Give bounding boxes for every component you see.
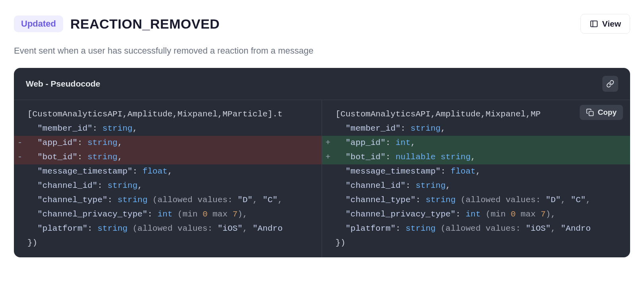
line-marker: + xyxy=(322,136,334,150)
line-marker: - xyxy=(14,136,26,150)
header-left: Updated REACTION_REMOVED xyxy=(14,15,220,32)
line-marker: + xyxy=(322,150,334,164)
permalink-button[interactable] xyxy=(602,76,618,92)
line-marker xyxy=(322,193,334,207)
line-content: "bot_id": nullable string, xyxy=(334,150,630,164)
panel-icon xyxy=(590,19,598,28)
line-marker xyxy=(14,236,26,250)
line-marker: - xyxy=(14,150,26,164)
code-card: Web - Pseudocode [CustomAnalyticsAPI,Amp… xyxy=(14,68,630,257)
line-content: "bot_id": string, xyxy=(26,150,322,164)
code-line: "platform": string (allowed values: "iOS… xyxy=(14,222,322,236)
line-content: "app_id": string, xyxy=(26,136,322,150)
svg-rect-2 xyxy=(589,112,593,116)
line-marker xyxy=(14,222,26,236)
line-content: "channel_id": string, xyxy=(26,179,322,193)
line-marker xyxy=(322,122,334,136)
svg-rect-0 xyxy=(590,21,597,27)
line-marker xyxy=(322,179,334,193)
diff-container: [CustomAnalyticsAPI,Amplitude,Mixpanel,M… xyxy=(14,100,630,257)
line-content: "channel_privacy_type": int (min 0 max 7… xyxy=(26,207,322,222)
code-line: "channel_privacy_type": int (min 0 max 7… xyxy=(322,207,630,222)
code-line: + "bot_id": nullable string, xyxy=(322,150,630,164)
line-content: }) xyxy=(26,236,322,250)
code-line: "channel_id": string, xyxy=(322,179,630,193)
code-header-title: Web - Pseudocode xyxy=(26,79,100,89)
line-marker xyxy=(322,207,334,222)
code-line: "member_id": string, xyxy=(14,122,322,136)
line-marker xyxy=(322,222,334,236)
line-marker xyxy=(14,193,26,207)
line-marker xyxy=(14,107,26,122)
line-content: [CustomAnalyticsAPI,Amplitude,Mixpanel,M… xyxy=(26,107,322,122)
line-content: "channel_privacy_type": int (min 0 max 7… xyxy=(334,207,630,222)
line-content: "member_id": string, xyxy=(26,122,322,136)
status-badge: Updated xyxy=(14,15,63,32)
line-content: "message_timestamp": float, xyxy=(334,164,630,179)
line-content: }) xyxy=(334,236,630,250)
event-title: REACTION_REMOVED xyxy=(70,16,220,32)
line-marker xyxy=(14,122,26,136)
line-marker xyxy=(322,236,334,250)
line-marker xyxy=(322,164,334,179)
link-icon xyxy=(606,80,614,88)
code-line: "message_timestamp": float, xyxy=(322,164,630,179)
line-content: "channel_type": string (allowed values: … xyxy=(26,193,322,207)
line-content: "platform": string (allowed values: "iOS… xyxy=(334,222,630,236)
line-content: "channel_type": string (allowed values: … xyxy=(334,193,630,207)
diff-pane-right: [CustomAnalyticsAPI,Amplitude,Mixpanel,M… xyxy=(322,100,630,257)
view-button[interactable]: View xyxy=(580,14,630,34)
code-line: - "app_id": string, xyxy=(14,136,322,150)
code-line: }) xyxy=(14,236,322,250)
copy-icon xyxy=(586,108,594,116)
line-marker xyxy=(14,207,26,222)
line-marker xyxy=(14,179,26,193)
code-line: "member_id": string, xyxy=(322,122,630,136)
code-line: "message_timestamp": float, xyxy=(14,164,322,179)
line-content: "message_timestamp": float, xyxy=(26,164,322,179)
code-line: "platform": string (allowed values: "iOS… xyxy=(322,222,630,236)
event-header: Updated REACTION_REMOVED View xyxy=(14,14,630,34)
line-content: "member_id": string, xyxy=(334,122,630,136)
line-content: "platform": string (allowed values: "iOS… xyxy=(26,222,322,236)
line-marker xyxy=(322,107,334,122)
copy-button[interactable]: Copy xyxy=(580,105,623,120)
code-line: [CustomAnalyticsAPI,Amplitude,Mixpanel,M… xyxy=(14,107,322,122)
line-content: "channel_id": string, xyxy=(334,179,630,193)
code-line: + "app_id": int, xyxy=(322,136,630,150)
line-content: "app_id": int, xyxy=(334,136,630,150)
code-line: "channel_privacy_type": int (min 0 max 7… xyxy=(14,207,322,222)
code-header: Web - Pseudocode xyxy=(14,68,630,100)
code-line: }) xyxy=(322,236,630,250)
code-line: "channel_id": string, xyxy=(14,179,322,193)
diff-pane-left: [CustomAnalyticsAPI,Amplitude,Mixpanel,M… xyxy=(14,100,322,257)
code-line: "channel_type": string (allowed values: … xyxy=(14,193,322,207)
event-description: Event sent when a user has successfully … xyxy=(14,46,630,56)
code-line: - "bot_id": string, xyxy=(14,150,322,164)
line-marker xyxy=(14,164,26,179)
view-button-label: View xyxy=(602,19,621,29)
copy-button-label: Copy xyxy=(598,108,617,117)
code-line: "channel_type": string (allowed values: … xyxy=(322,193,630,207)
